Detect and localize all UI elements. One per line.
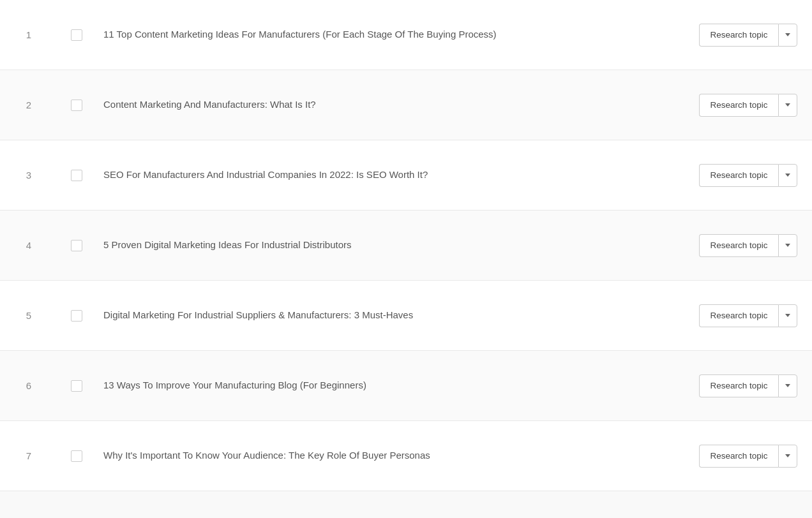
research-topic-dropdown-button[interactable]	[778, 94, 797, 117]
chevron-down-icon	[785, 244, 790, 247]
row-number: 6	[0, 380, 57, 391]
row-title: 13 Ways To Improve Your Manufacturing Bl…	[96, 366, 684, 406]
research-topic-dropdown-button[interactable]	[778, 24, 797, 47]
research-topic-button[interactable]: Research topic	[699, 24, 778, 47]
row-title: 5 Proven Digital Marketing Ideas For Ind…	[96, 225, 684, 265]
checkbox-cell	[57, 380, 96, 392]
research-button-group: Research topic	[699, 304, 797, 327]
results-table: 1 11 Top Content Marketing Ideas For Man…	[0, 0, 812, 491]
research-topic-dropdown-button[interactable]	[778, 374, 797, 397]
research-button-group: Research topic	[699, 24, 797, 47]
row-checkbox[interactable]	[71, 29, 82, 41]
research-topic-button[interactable]: Research topic	[699, 445, 778, 468]
table-row: 1 11 Top Content Marketing Ideas For Man…	[0, 0, 812, 70]
checkbox-cell	[57, 240, 96, 251]
research-topic-button[interactable]: Research topic	[699, 304, 778, 327]
chevron-down-icon	[785, 314, 790, 317]
row-checkbox[interactable]	[71, 380, 82, 392]
row-number: 2	[0, 100, 57, 110]
action-cell: Research topic	[684, 304, 812, 327]
table-row: 4 5 Proven Digital Marketing Ideas For I…	[0, 211, 812, 281]
row-title: Content Marketing And Manufacturers: Wha…	[96, 85, 684, 125]
row-checkbox[interactable]	[71, 100, 82, 111]
row-title: SEO For Manufacturers And Industrial Com…	[96, 155, 684, 195]
research-topic-button[interactable]: Research topic	[699, 234, 778, 257]
chevron-down-icon	[785, 174, 790, 177]
chevron-down-icon	[785, 33, 790, 36]
research-topic-button[interactable]: Research topic	[699, 94, 778, 117]
chevron-down-icon	[785, 384, 790, 387]
chevron-down-icon	[785, 454, 790, 457]
table-row: 5 Digital Marketing For Industrial Suppl…	[0, 281, 812, 351]
checkbox-cell	[57, 450, 96, 462]
checkbox-cell	[57, 170, 96, 181]
action-cell: Research topic	[684, 234, 812, 257]
row-title: Digital Marketing For Industrial Supplie…	[96, 295, 684, 336]
research-button-group: Research topic	[699, 164, 797, 187]
row-number: 7	[0, 450, 57, 461]
row-checkbox[interactable]	[71, 240, 82, 251]
research-button-group: Research topic	[699, 374, 797, 397]
row-checkbox[interactable]	[71, 450, 82, 462]
row-title: 11 Top Content Marketing Ideas For Manuf…	[96, 15, 684, 55]
research-topic-dropdown-button[interactable]	[778, 445, 797, 468]
research-button-group: Research topic	[699, 94, 797, 117]
action-cell: Research topic	[684, 374, 812, 397]
chevron-down-icon	[785, 103, 790, 107]
action-cell: Research topic	[684, 24, 812, 47]
research-button-group: Research topic	[699, 445, 797, 468]
row-checkbox[interactable]	[71, 170, 82, 181]
research-topic-button[interactable]: Research topic	[699, 164, 778, 187]
row-number: 4	[0, 240, 57, 251]
research-topic-button[interactable]: Research topic	[699, 374, 778, 397]
table-row: 2 Content Marketing And Manufacturers: W…	[0, 70, 812, 140]
table-row: 3 SEO For Manufacturers And Industrial C…	[0, 140, 812, 211]
row-checkbox[interactable]	[71, 310, 82, 322]
research-topic-dropdown-button[interactable]	[778, 234, 797, 257]
row-number: 3	[0, 170, 57, 181]
action-cell: Research topic	[684, 445, 812, 468]
research-button-group: Research topic	[699, 234, 797, 257]
table-row: 6 13 Ways To Improve Your Manufacturing …	[0, 351, 812, 421]
table-row: 7 Why It's Important To Know Your Audien…	[0, 421, 812, 491]
action-cell: Research topic	[684, 94, 812, 117]
action-cell: Research topic	[684, 164, 812, 187]
row-number: 5	[0, 310, 57, 321]
row-number: 1	[0, 29, 57, 40]
checkbox-cell	[57, 310, 96, 322]
research-topic-dropdown-button[interactable]	[778, 304, 797, 327]
checkbox-cell	[57, 100, 96, 111]
row-title: Why It's Important To Know Your Audience…	[96, 436, 684, 476]
research-topic-dropdown-button[interactable]	[778, 164, 797, 187]
checkbox-cell	[57, 29, 96, 41]
